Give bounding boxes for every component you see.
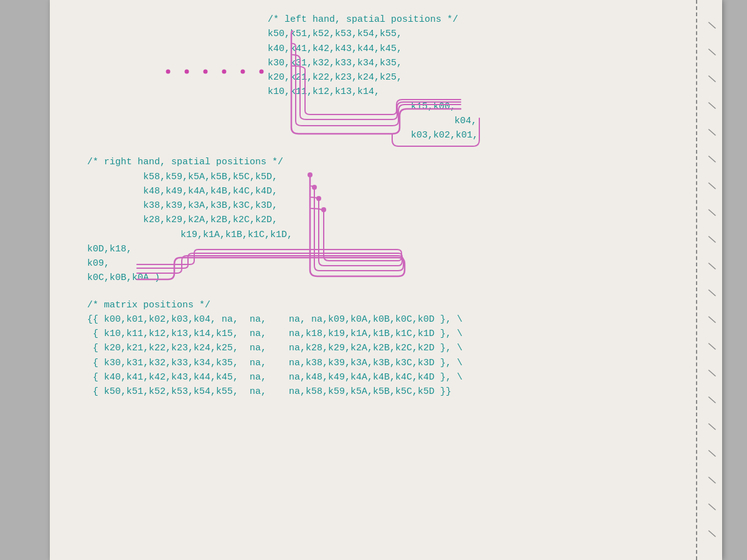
left-hand-line-3: k30,k31,k32,k33,k34,k35, xyxy=(268,56,685,70)
slash-19: \ xyxy=(707,501,717,514)
slash-2: \ xyxy=(707,46,717,59)
left-hand-line-4: k20,k21,k22,k23,k24,k25, xyxy=(268,70,685,85)
matrix-line-5: { k40,k41,k42,k43,k44,k45, na, na,k48,k4… xyxy=(87,370,685,385)
slash-7: \ xyxy=(707,180,717,193)
left-hand-comment-text: /* left hand, spatial positions */ xyxy=(268,12,685,27)
main-content: /* left hand, spatial positions */ k50,k… xyxy=(87,12,685,399)
left-hand-line-5: k10,k11,k12,k13,k14, xyxy=(268,85,685,99)
slash-15: \ xyxy=(707,394,717,407)
matrix-section: /* matrix positions */ {{ k00,k01,k02,k0… xyxy=(87,298,685,399)
right-hand-line-2: k48,k49,k4A,k4B,k4C,k4D, xyxy=(143,184,685,198)
slash-11: \ xyxy=(707,287,717,300)
right-hand-comment: /* right hand, spatial positions */ k58,… xyxy=(87,155,685,285)
right-hand-line-3: k38,k39,k3A,k3B,k3C,k3D, xyxy=(143,198,685,213)
matrix-line-6: { k50,k51,k52,k53,k54,k55, na, na,k58,k5… xyxy=(87,385,685,399)
matrix-line-1: {{ k00,k01,k02,k03,k04, na, na, na, na,k… xyxy=(87,312,685,327)
left-hand-line-2: k40,k41,k42,k43,k44,k45, xyxy=(268,42,685,56)
right-hand-line-7: k09, xyxy=(87,256,685,271)
matrix-line-4: { k30,k31,k32,k33,k34,k35, na, na,k38,k3… xyxy=(87,356,685,370)
left-hand-line-1: k50,k51,k52,k53,k54,k55, xyxy=(268,27,685,41)
slash-10: \ xyxy=(707,260,717,273)
slash-16: \ xyxy=(707,421,717,434)
right-hand-line-8: k0C,k0B,k0A ) xyxy=(87,271,685,285)
left-hand-line-8: k03,k02,k01, xyxy=(411,128,685,142)
matrix-line-3: { k20,k21,k22,k23,k24,k25, na, na,k28,k2… xyxy=(87,341,685,355)
slash-8: \ xyxy=(707,207,717,220)
left-hand-comment: /* left hand, spatial positions */ k50,k… xyxy=(268,12,685,142)
slash-4: \ xyxy=(707,100,717,113)
slash-20: \ xyxy=(707,528,717,541)
left-hand-line-6: k15,k00, xyxy=(411,100,685,114)
right-hand-line-5: k19,k1A,k1B,k1C,k1D, xyxy=(181,228,685,242)
slash-1: \ xyxy=(707,19,717,32)
slash-6: \ xyxy=(707,153,717,166)
matrix-comment: /* matrix positions */ xyxy=(87,298,685,312)
right-hand-line-6: k0D,k18, xyxy=(87,242,685,256)
left-hand-line-7: k04, xyxy=(454,114,685,128)
slash-5: \ xyxy=(707,126,717,139)
slash-13: \ xyxy=(707,340,717,353)
left-hand-section: /* left hand, spatial positions */ k50,k… xyxy=(87,12,685,142)
slash-9: \ xyxy=(707,233,717,246)
slash-3: \ xyxy=(707,73,717,86)
page: \ \ \ \ \ \ \ \ \ \ \ \ \ \ \ \ \ \ \ \ xyxy=(50,0,722,560)
slash-12: \ xyxy=(707,314,717,327)
slash-14: \ xyxy=(707,367,717,380)
right-hand-section: /* right hand, spatial positions */ k58,… xyxy=(87,155,685,285)
matrix-line-2: { k10,k11,k12,k13,k14,k15, na, na,k18,k1… xyxy=(87,327,685,341)
right-hand-line-4: k28,k29,k2A,k2B,k2C,k2D, xyxy=(143,213,685,227)
margin-slash-marks: \ \ \ \ \ \ \ \ \ \ \ \ \ \ \ \ \ \ \ \ xyxy=(709,0,716,560)
right-hand-line-1: k58,k59,k5A,k5B,k5C,k5D, xyxy=(143,170,685,184)
slash-18: \ xyxy=(707,474,717,487)
slash-17: \ xyxy=(707,447,717,460)
right-hand-comment-text: /* right hand, spatial positions */ xyxy=(87,155,685,169)
